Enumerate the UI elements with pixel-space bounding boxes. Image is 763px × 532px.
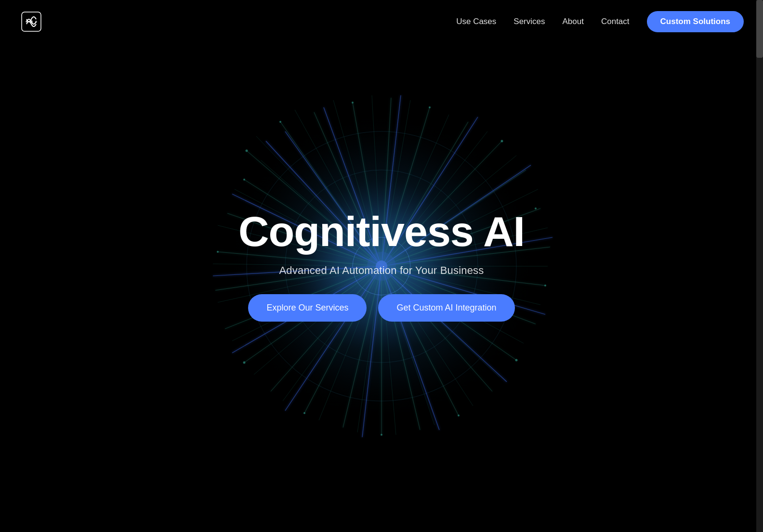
svg-point-82 — [515, 359, 518, 361]
hero-content: Cognitivess AI Advanced AI Automation fo… — [238, 210, 525, 322]
svg-point-80 — [535, 208, 537, 209]
navbar: Use Cases Services About Contact Custom … — [0, 0, 763, 43]
svg-point-85 — [303, 412, 305, 414]
svg-point-83 — [458, 415, 460, 416]
svg-point-1 — [30, 20, 33, 23]
explore-services-button[interactable]: Explore Our Services — [248, 294, 367, 322]
nav-contact[interactable]: Contact — [601, 17, 630, 26]
logo[interactable] — [19, 10, 43, 34]
nav-use-cases[interactable]: Use Cases — [456, 17, 496, 26]
svg-point-86 — [243, 361, 246, 363]
svg-point-78 — [429, 106, 431, 108]
custom-solutions-button[interactable]: Custom Solutions — [647, 11, 744, 32]
svg-point-81 — [544, 285, 546, 286]
nav-links: Use Cases Services About Contact Custom … — [456, 11, 744, 32]
svg-point-88 — [243, 179, 245, 181]
svg-point-87 — [217, 251, 219, 253]
hero-buttons: Explore Our Services Get Custom AI Integ… — [248, 294, 514, 322]
svg-point-79 — [501, 140, 503, 142]
svg-point-77 — [352, 102, 354, 104]
svg-point-2 — [26, 21, 27, 23]
nav-about[interactable]: About — [563, 17, 584, 26]
logo-icon — [19, 10, 43, 34]
svg-point-76 — [279, 121, 281, 123]
hero-title: Cognitivess AI — [238, 210, 525, 253]
hero-section: Cognitivess AI Advanced AI Automation fo… — [0, 0, 763, 532]
nav-services[interactable]: Services — [513, 17, 545, 26]
scrollbar[interactable] — [756, 0, 763, 532]
hero-subtitle: Advanced AI Automation for Your Business — [279, 264, 484, 277]
get-custom-ai-button[interactable]: Get Custom AI Integration — [378, 294, 514, 322]
svg-point-84 — [381, 434, 382, 436]
svg-point-75 — [246, 149, 248, 152]
svg-point-3 — [35, 21, 37, 23]
